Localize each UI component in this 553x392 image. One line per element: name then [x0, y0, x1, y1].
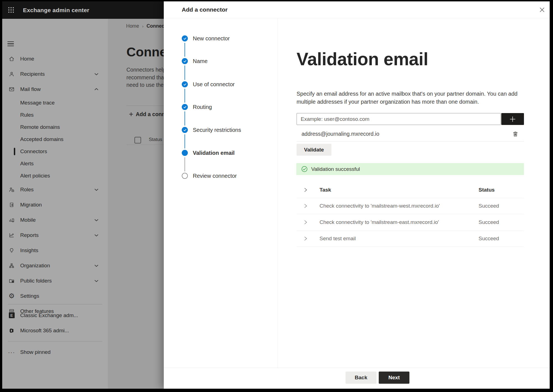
sidebar-item-label: Settings	[20, 293, 39, 299]
step-connector-line	[185, 43, 185, 57]
sidebar-item-public-folders[interactable]: Public folders	[2, 273, 108, 288]
step-complete-check-icon	[182, 104, 188, 110]
sidebar-item-label: Mail flow	[20, 86, 41, 92]
step-name[interactable]: Name	[164, 58, 277, 64]
sidebar-item-label: Recipients	[20, 71, 45, 77]
close-button[interactable]	[537, 5, 547, 15]
mobile-icon	[8, 217, 15, 223]
row-expand-chevron-icon[interactable]	[304, 204, 308, 208]
sidebar-item-accepted-domains[interactable]: Accepted domains	[2, 133, 108, 145]
add-address-button[interactable]	[501, 113, 524, 125]
step-review-connector[interactable]: Review connector	[164, 173, 277, 179]
chevron-down-icon	[94, 72, 98, 77]
lightbulb-icon	[8, 247, 15, 254]
microsoft-365-logo-icon	[8, 327, 15, 334]
sidebar-item-label: Insights	[20, 247, 38, 254]
sidebar-item-mobile[interactable]: Mobile	[2, 212, 108, 228]
sidebar-item-label: Classic Exchange adm...	[20, 312, 78, 318]
person-icon	[8, 71, 15, 77]
sidebar-divider	[8, 341, 102, 341]
next-button[interactable]: Next	[379, 372, 409, 384]
sidebar-item-roles[interactable]: Roles	[2, 182, 108, 197]
sidebar-item-reports[interactable]: Reports	[2, 228, 108, 243]
table-row-status: Succeed	[479, 219, 499, 225]
sidebar-item-remote-domains[interactable]: Remote domains	[2, 121, 108, 133]
sidebar-item-label: Mobile	[20, 217, 36, 223]
gear-icon: ⚙	[8, 293, 15, 299]
delete-address-trash-icon[interactable]	[512, 130, 519, 138]
sidebar-footer-nav: E Classic Exchange adm... Microsoft 365 …	[2, 308, 108, 338]
sidebar-item-classic-exchange-admin[interactable]: E Classic Exchange adm...	[2, 308, 108, 323]
chevron-down-icon	[94, 233, 98, 238]
step-complete-check-icon	[182, 58, 188, 64]
back-button[interactable]: Back	[346, 372, 377, 384]
step-security-restrictions[interactable]: Security restrictions	[164, 127, 277, 133]
validate-button[interactable]: Validate	[297, 144, 331, 156]
sidebar-item-settings[interactable]: ⚙ Settings	[2, 288, 108, 304]
dialog-title: Add a connector	[182, 1, 228, 18]
sidebar-item-alert-policies[interactable]: Alert policies	[2, 170, 108, 182]
row-divider	[297, 214, 524, 214]
org-chart-icon	[8, 262, 15, 269]
page-description: Connectors help recommend that need to u…	[126, 66, 166, 89]
table-row-task: Check connectivity to 'mailstream-east.m…	[320, 219, 439, 225]
validation-success-banner: Validation successful	[296, 163, 524, 175]
sidebar-item-rules[interactable]: Rules	[2, 109, 108, 121]
breadcrumb-home-link[interactable]: Home	[126, 23, 139, 29]
sidebar-item-alerts[interactable]: Alerts	[2, 158, 108, 170]
ellipsis-icon: ···	[8, 349, 15, 356]
add-connector-button[interactable]: + Add a conn	[129, 110, 165, 118]
row-expand-chevron-icon[interactable]	[304, 236, 308, 241]
app-launcher-waffle-icon[interactable]	[7, 6, 15, 14]
column-header-status[interactable]: Status	[479, 187, 495, 193]
select-all-checkbox[interactable]	[134, 137, 141, 143]
chevron-down-icon	[94, 263, 98, 268]
step-routing[interactable]: Routing	[164, 104, 277, 110]
email-address-input[interactable]	[297, 113, 501, 125]
sidebar-divider	[8, 304, 102, 304]
sidebar-item-home[interactable]: Home	[2, 51, 108, 66]
step-connector-line	[185, 134, 185, 148]
row-expand-chevron-icon[interactable]	[304, 220, 308, 224]
mail-icon	[8, 86, 15, 93]
sidebar-item-migration[interactable]: Migration	[2, 197, 108, 212]
sidebar-item-label: Show pinned	[20, 349, 51, 355]
sidebar-item-recipients[interactable]: Recipients	[2, 66, 108, 82]
row-divider	[297, 231, 524, 231]
chevron-up-icon	[94, 87, 98, 92]
sidebar-item-connectors[interactable]: Connectors	[2, 145, 108, 158]
sidebar: Home Recipients Mail flow Message trace	[2, 19, 108, 389]
sidebar-item-label: Alerts	[20, 161, 34, 167]
wizard-stepper: New connector Name Use of connector Rout…	[164, 18, 278, 368]
step-validation-email[interactable]: Validation email	[164, 150, 277, 156]
app-title: Exchange admin center	[23, 1, 89, 19]
breadcrumb-chevron-icon: ›	[142, 24, 144, 28]
step-use-of-connector[interactable]: Use of connector	[164, 81, 277, 88]
table-row-task: Check connectivity to 'mailstream-west.m…	[320, 203, 440, 209]
sidebar-item-insights[interactable]: Insights	[2, 243, 108, 258]
row-divider	[297, 247, 524, 247]
sidebar-item-label: Reports	[20, 232, 39, 238]
roles-icon	[8, 186, 15, 193]
sidebar-item-label: Public folders	[20, 278, 52, 284]
chevron-down-icon	[94, 218, 98, 223]
step-complete-check-icon	[182, 81, 188, 87]
column-header-task[interactable]: Task	[320, 187, 331, 193]
sidebar-item-mail-flow[interactable]: Mail flow	[2, 82, 108, 97]
sidebar-item-show-pinned[interactable]: ··· Show pinned	[2, 344, 108, 360]
step-current-dot	[182, 150, 188, 156]
table-row-task: Send test email	[320, 236, 356, 242]
hamburger-menu-icon[interactable]	[7, 41, 14, 46]
expand-all-chevron-icon[interactable]	[304, 188, 308, 192]
step-upcoming-dot	[182, 173, 188, 179]
sidebar-item-microsoft-365-admin[interactable]: Microsoft 365 admi...	[2, 323, 108, 338]
dialog-header: Add a connector	[164, 1, 550, 18]
selected-indicator	[14, 148, 15, 155]
step-new-connector[interactable]: New connector	[164, 35, 277, 42]
sidebar-item-organization[interactable]: Organization	[2, 258, 108, 273]
row-divider	[297, 198, 524, 198]
migration-icon	[8, 202, 15, 208]
sidebar-item-message-trace[interactable]: Message trace	[2, 97, 108, 109]
status-column-header: Status	[149, 137, 162, 142]
banner-message: Validation successful	[311, 166, 360, 172]
